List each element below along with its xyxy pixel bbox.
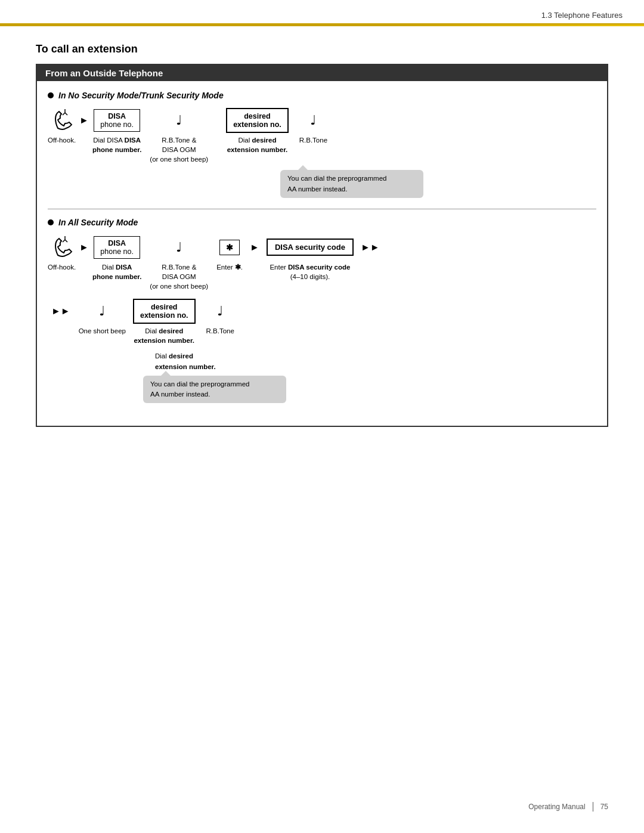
mode1-flow-row: Off-hook. ► DISA phone no. [48,107,596,164]
mode2-step5: DISA security code Enter DISA security c… [267,234,354,281]
mode2-step2: DISA phone no. Dial DISA phone number. [92,234,141,281]
disa-phone-no-box: DISA phone no. [94,107,140,134]
mode1-step4: desired extension no. Dial desired exten… [226,107,289,154]
footer-separator [593,802,593,812]
mode1-step4-label: Dial desired extension number. [227,135,288,154]
section-title: To call an extension [36,43,608,55]
mode2-row2-step1-label: One short beep [79,326,126,336]
note-icon-4: ♩ [99,298,105,324]
page-footer: Operating Manual 75 [528,802,608,812]
mode2-step3-label: R.B.Tone & DISA OGM (or one short beep) [150,262,208,291]
mode2-step4-label: Enter ✱. [216,262,243,272]
arrow4: ► [246,234,263,261]
bullet-icon [48,92,54,98]
diagram-content: In No Security Mode/Trunk Security Mode [37,91,607,403]
star-box: ✱ [219,234,240,261]
arrow1: ► [76,107,92,134]
mode2-step1-label: Off-hook. [48,262,76,272]
mode1-step2-label: Dial DISA DISA phone number. [92,135,141,154]
mode2-step3: ♩ R.B.Tone & DISA OGM (or one short beep… [150,234,208,291]
mode1-step2: DISA phone no. Dial DISA DISA phone numb… [92,107,141,154]
mode2-row2-labels: Dial desiredextension number. [155,351,596,372]
mode2-title: In All Security Mode [48,218,596,227]
disa-phone-no-box-2: DISA phone no. [94,234,140,261]
disa-security-code-box: DISA security code [267,234,354,261]
diagram-box: From an Outside Telephone In No Security… [36,64,608,427]
mode1-callout-wrapper: You can dial the preprogrammedAA number … [280,170,596,198]
mode2-row2-step3: ♩ R.B.Tone [206,298,234,336]
note-icon-1: ♩ [176,107,182,134]
phone-offhook-icon-2 [49,234,75,261]
mode2-row2-step3-label: R.B.Tone [206,326,234,336]
page-header: 1.3 Telephone Features [0,0,644,24]
mode1-step5: ♩ R.B.Tone [299,107,327,145]
note-icon-3: ♩ [176,234,182,261]
note-icon-2: ♩ [310,107,316,134]
mode1-section: In No Security Mode/Trunk Security Mode [48,91,596,198]
footer-label: Operating Manual [528,803,585,811]
separator [48,209,596,209]
diagram-box-header: From an Outside Telephone [37,65,607,81]
mode1-step5-label: R.B.Tone [299,135,327,145]
double-arrow-2: ►► [48,298,74,324]
mode2-flow-row2: ►► ♩ One short beep desired [48,298,596,345]
mode1-step3: ♩ R.B.Tone & DISA OGM (or one short beep… [150,107,208,164]
mode1-title: In No Security Mode/Trunk Security Mode [48,91,596,100]
mode2-section: In All Security Mode [48,218,596,403]
arrow2 [213,107,220,134]
mode1-callout: You can dial the preprogrammedAA number … [280,170,423,198]
mode2-step5-label: Enter DISA security code (4–10 digits). [270,262,350,281]
mode1-step1: Off-hook. [48,107,76,145]
mode2-row2-step2: desired extension no. Dial desired exten… [133,298,196,345]
mode2-step4: ✱ Enter ✱. [216,234,243,272]
mode2-step1: Off-hook. [48,234,76,272]
mode1-step3-label: R.B.Tone & DISA OGM (or one short beep) [150,135,208,164]
desired-ext-box-1: desired extension no. [226,107,289,134]
mode2-callout: You can dial the preprogrammedAA number … [143,376,286,404]
page-content: To call an extension From an Outside Tel… [0,26,644,451]
desired-ext-box-2: desired extension no. [133,298,196,324]
note-icon-5: ♩ [217,298,223,324]
mode1-step1-label: Off-hook. [48,135,76,145]
footer-page: 75 [600,803,608,811]
arrow3: ► [76,234,92,261]
bullet-icon-2 [48,219,54,225]
mode2-row2-step1: ♩ One short beep [79,298,126,336]
phone-offhook-icon [49,107,75,134]
mode2-step2-label: Dial DISA phone number. [92,262,141,281]
header-title: 1.3 Telephone Features [541,11,623,20]
mode2-flow-row1: Off-hook. ► DISA phone no. [48,234,596,291]
mode2-callout-wrapper: You can dial the preprogrammedAA number … [143,376,596,404]
double-arrow-1: ►► [357,234,383,261]
mode2-row2-step2-label: Dial desired extension number. [134,326,194,345]
